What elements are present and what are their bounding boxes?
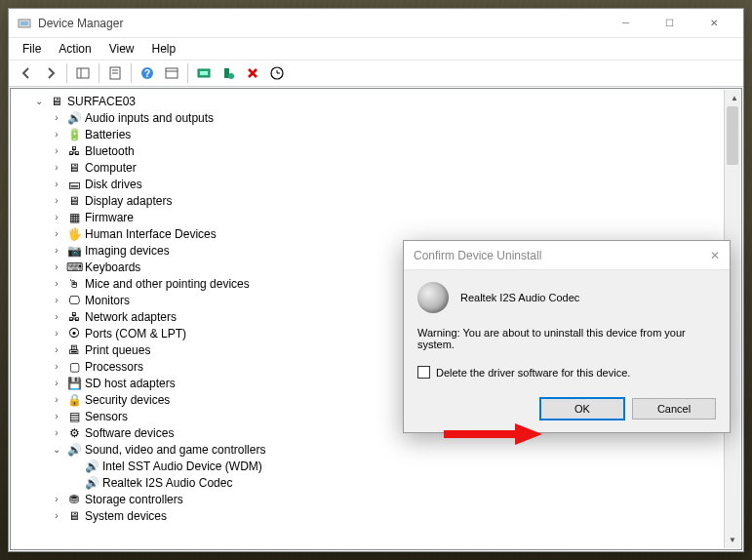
chevron-right-icon[interactable]: ›: [50, 211, 63, 224]
chevron-right-icon[interactable]: ›: [50, 111, 63, 125]
chevron-right-icon[interactable]: ›: [50, 194, 63, 208]
tree-node[interactable]: ⌄🖥SURFACE03: [11, 93, 741, 109]
tree-node[interactable]: ›🔋Batteries: [11, 126, 741, 142]
chevron-right-icon[interactable]: ›: [50, 509, 63, 523]
app-icon: [17, 16, 32, 31]
chevron-down-icon[interactable]: ⌄: [50, 443, 63, 457]
warning-text: Warning: You are about to uninstall this…: [417, 327, 716, 350]
show-hide-tree-button[interactable]: [71, 61, 95, 85]
delete-driver-checkbox[interactable]: [417, 366, 430, 379]
device-category-icon: 🖵: [66, 293, 82, 308]
dialog-title-text: Confirm Device Uninstall: [414, 249, 541, 262]
node-label: Batteries: [85, 128, 131, 141]
toolbar-icon-list[interactable]: [160, 61, 183, 85]
help-button[interactable]: ?: [136, 61, 159, 85]
device-category-icon: ▦: [66, 210, 82, 225]
uninstall-button[interactable]: [217, 61, 240, 85]
tree-node[interactable]: 🔊Intel SST Audio Device (WDM): [11, 458, 741, 474]
node-label: System devices: [85, 509, 167, 523]
node-label: Mice and other pointing devices: [85, 277, 250, 291]
node-label: Security devices: [85, 393, 170, 407]
chevron-right-icon[interactable]: ›: [50, 178, 63, 191]
tree-node[interactable]: ›⛃Storage controllers: [11, 491, 741, 507]
device-category-icon: 🔋: [66, 127, 82, 142]
node-label: Print queues: [85, 343, 150, 357]
device-category-icon: 📷: [66, 243, 82, 259]
scan-hardware-button[interactable]: [265, 61, 289, 85]
chevron-right-icon[interactable]: ›: [50, 161, 63, 175]
device-category-icon: 🔊: [84, 475, 99, 491]
node-label: SD host adapters: [85, 377, 176, 390]
menu-file[interactable]: File: [15, 40, 49, 58]
chevron-right-icon[interactable]: ›: [50, 277, 63, 291]
chevron-down-icon[interactable]: ⌄: [32, 95, 46, 108]
device-category-icon: ⦿: [66, 326, 82, 341]
minimize-button[interactable]: ─: [604, 9, 648, 37]
menu-action[interactable]: Action: [51, 40, 99, 58]
chevron-right-icon[interactable]: [67, 476, 81, 490]
device-category-icon: ▤: [66, 409, 82, 424]
toolbar: ?: [9, 60, 743, 87]
device-category-icon: 🖱: [66, 276, 82, 292]
device-category-icon: 🖐: [66, 226, 82, 242]
scroll-thumb[interactable]: [727, 106, 738, 165]
chevron-right-icon[interactable]: ›: [50, 377, 63, 390]
dialog-close-icon[interactable]: ✕: [710, 249, 720, 262]
tree-node[interactable]: ›🖥System devices: [11, 507, 741, 524]
menu-help[interactable]: Help: [144, 40, 184, 58]
device-category-icon: 🖥: [49, 94, 64, 109]
svg-rect-9: [166, 68, 178, 78]
properties-button[interactable]: [103, 61, 127, 85]
tree-node[interactable]: ›▦Firmware: [11, 209, 741, 225]
svg-rect-1: [20, 21, 28, 25]
device-category-icon: 💾: [66, 376, 82, 391]
node-label: Network adapters: [85, 310, 177, 324]
forward-button[interactable]: [39, 61, 62, 85]
chevron-right-icon[interactable]: ›: [50, 128, 63, 141]
chevron-right-icon[interactable]: ›: [50, 310, 63, 324]
chevron-right-icon[interactable]: ›: [50, 294, 63, 307]
node-label: Realtek I2S Audio Codec: [102, 476, 232, 490]
device-category-icon: ⚙: [66, 425, 82, 441]
disable-button[interactable]: [241, 61, 264, 85]
scroll-up-icon[interactable]: ▲: [729, 90, 740, 106]
tree-node[interactable]: 🔊Realtek I2S Audio Codec: [11, 474, 741, 491]
tree-node[interactable]: ⌄🔊Sound, video and game controllers: [11, 441, 741, 458]
device-category-icon: 🔊: [66, 110, 82, 126]
node-label: Monitors: [85, 294, 130, 307]
chevron-right-icon[interactable]: ›: [50, 327, 63, 340]
chevron-right-icon[interactable]: ›: [50, 343, 63, 357]
device-category-icon: 🖥: [66, 193, 82, 209]
dialog-titlebar: Confirm Device Uninstall ✕: [404, 241, 730, 270]
back-button[interactable]: [15, 61, 38, 85]
menu-view[interactable]: View: [101, 40, 142, 58]
chevron-right-icon[interactable]: ›: [50, 426, 63, 440]
device-category-icon: 🖥: [66, 160, 82, 176]
tree-node[interactable]: ›🖧Bluetooth: [11, 142, 741, 159]
update-driver-button[interactable]: [192, 61, 216, 85]
tree-node[interactable]: ›🖴Disk drives: [11, 176, 741, 192]
tree-node[interactable]: ›🖥Display adapters: [11, 192, 741, 209]
chevron-right-icon[interactable]: ›: [50, 227, 63, 241]
scroll-down-icon[interactable]: ▼: [725, 532, 740, 548]
maximize-button[interactable]: ☐: [648, 9, 692, 37]
chevron-right-icon[interactable]: ›: [50, 244, 63, 258]
cancel-button[interactable]: Cancel: [632, 398, 716, 420]
checkbox-label: Delete the driver software for this devi…: [436, 367, 630, 379]
ok-button[interactable]: OK: [540, 398, 624, 420]
tree-node[interactable]: ›🖥Computer: [11, 159, 741, 176]
device-category-icon: 🖧: [66, 309, 82, 325]
chevron-right-icon[interactable]: ›: [50, 260, 63, 274]
chevron-right-icon[interactable]: ›: [50, 360, 63, 374]
device-category-icon: 🖴: [66, 177, 82, 192]
node-label: Software devices: [85, 426, 174, 440]
svg-rect-2: [77, 68, 89, 78]
node-label: Display adapters: [85, 194, 172, 208]
chevron-right-icon[interactable]: ›: [50, 393, 63, 407]
chevron-right-icon[interactable]: ›: [50, 144, 63, 158]
chevron-right-icon[interactable]: [67, 460, 81, 473]
tree-node[interactable]: ›🔊Audio inputs and outputs: [11, 109, 741, 126]
close-button[interactable]: ✕: [692, 9, 735, 37]
chevron-right-icon[interactable]: ›: [50, 410, 63, 423]
chevron-right-icon[interactable]: ›: [50, 493, 63, 506]
